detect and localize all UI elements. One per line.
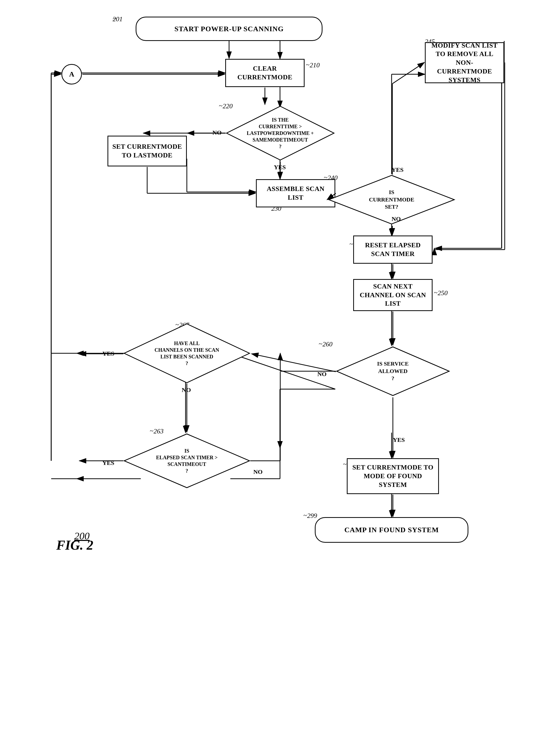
yn-267-no: NO	[182, 387, 191, 393]
yn-263-no: NO	[253, 468, 263, 475]
decision-all-scanned: HAVE ALLCHANNELS ON THE SCANLIST BEEN SC…	[123, 323, 251, 384]
yn-260-no: NO	[317, 371, 327, 378]
camp-terminal: CAMP IN FOUND SYSTEM	[315, 517, 468, 543]
reset-elapsed-timer: RESET ELAPSED SCAN TIMER	[353, 236, 433, 264]
yn-263-yes: YES	[102, 460, 114, 466]
flowchart-diagram: 201 ~ START POWER-UP SCANNING A 210 ~ CL…	[0, 0, 560, 736]
set-mode-found: SET CURRENTMODE TO MODE OF FOUND SYSTEM	[347, 458, 439, 494]
ref-210: 210	[310, 61, 320, 69]
start-terminal: START POWER-UP SCANNING	[136, 17, 322, 41]
clear-currentmode: CLEAR CURRENTMODE	[225, 59, 305, 87]
yn-240-yes: YES	[392, 166, 404, 173]
scan-next-channel: SCAN NEXT CHANNEL ON SCAN LIST	[353, 279, 433, 311]
svg-line-52	[252, 354, 336, 372]
figure-number: 200	[74, 530, 90, 542]
decision-time: IS THECURRENTTIME >LASTPOWERDOWNTIME +SA…	[225, 105, 335, 161]
ref-299: 299	[307, 512, 317, 520]
decision-service: IS SERVICEALLOWED?	[335, 346, 450, 397]
yn-220-no: NO	[212, 129, 222, 136]
modify-scan-list: MODIFY SCAN LIST TO REMOVE ALL NON- CURR…	[425, 42, 504, 83]
yn-240-no: NO	[392, 216, 401, 222]
yn-220-yes: YES	[274, 164, 286, 171]
connector-a: A	[61, 64, 82, 84]
yn-260-yes: YES	[393, 436, 405, 443]
assemble-scan-list: ASSEMBLE SCAN LIST	[256, 179, 335, 207]
set-lastmode: SET CURRENTMODE TO LASTMODE	[107, 136, 187, 166]
decision-elapsed-timer: ISELAPSED SCAN TIMER >SCANTIMEOUT?	[123, 433, 251, 489]
yn-267-yes: YES	[102, 350, 114, 357]
ref-250: 250	[438, 289, 448, 297]
ref-260: 260	[322, 340, 332, 348]
svg-line-46	[392, 62, 424, 84]
